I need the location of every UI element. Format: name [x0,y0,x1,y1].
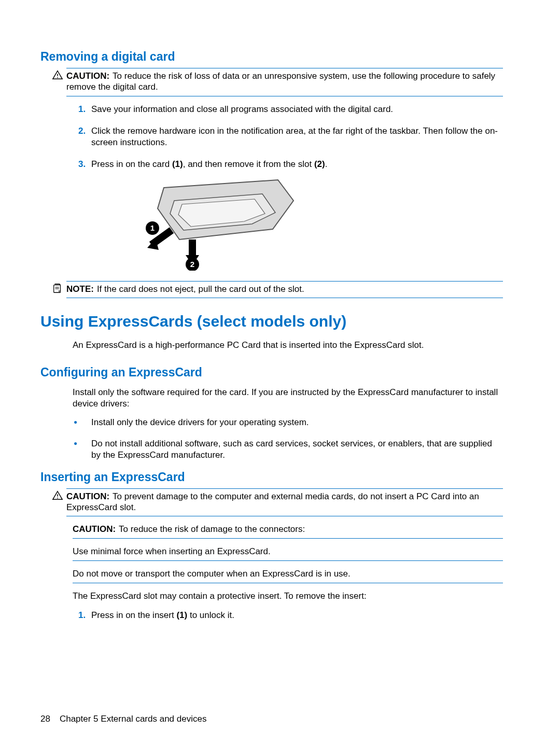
step-2: Click the remove hardware icon in the no… [88,125,503,148]
note-card-eject: NOTE:If the card does not eject, pull th… [66,281,503,298]
caution-insert-2: CAUTION:To reduce the risk of damage to … [73,524,503,539]
caution-line-transport: Do not move or transport the computer wh… [73,568,503,583]
note-icon [52,283,63,294]
svg-point-1 [57,77,58,78]
text-config-intro: Install only the software required for t… [73,387,503,410]
heading-using-expresscards: Using ExpressCards (select models only) [40,313,503,330]
heading-inserting-expresscard: Inserting an ExpressCard [40,470,503,484]
page-number: 28 [40,714,50,724]
text-expresscard-intro: An ExpressCard is a high-performance PC … [73,340,503,351]
caution-insert-1: CAUTION:To prevent damage to the compute… [66,488,503,517]
caution-text: To reduce the risk of damage to the conn… [119,524,305,534]
warning-icon [52,490,63,501]
warning-icon [52,69,63,81]
svg-text:1: 1 [150,223,155,232]
svg-point-12 [57,497,58,498]
note-text: If the card does not eject, pull the car… [97,284,304,294]
svg-text:2: 2 [190,260,194,269]
caution-label: CAUTION: [66,491,109,501]
illustration-remove-card: 1 2 [143,172,299,271]
steps-remove-card: Save your information and close all prog… [66,104,503,271]
step-3: Press in on the card (1), and then remov… [88,159,503,271]
caution-remove-card: CAUTION:To reduce the risk of loss of da… [66,68,503,96]
bullets-config: Install only the device drivers for your… [66,417,503,460]
step-1: Save your information and close all prog… [88,104,503,115]
page-footer: 28Chapter 5 External cards and devices [40,714,206,724]
caution-line-force: Use minimal force when inserting an Expr… [73,546,503,561]
note-label: NOTE: [66,284,94,294]
text-protective-insert: The ExpressCard slot may contain a prote… [73,591,503,602]
heading-removing-digital-card: Removing a digital card [40,50,503,64]
bullet-1: Install only the device drivers for your… [88,417,503,428]
step-1: Press in on the insert (1) to unlock it. [88,610,503,621]
page: Removing a digital card CAUTION:To reduc… [0,0,560,745]
chapter-title: Chapter 5 External cards and devices [60,714,207,724]
bullet-2: Do not install additional software, such… [88,438,503,461]
caution-text: To reduce the risk of loss of data or an… [66,71,495,92]
caution-label: CAUTION: [73,524,116,534]
steps-insert: Press in on the insert (1) to unlock it. [66,610,503,621]
caution-label: CAUTION: [66,71,109,81]
heading-configuring-expresscard: Configuring an ExpressCard [40,366,503,379]
caution-text: To prevent damage to the computer and ex… [66,491,479,512]
